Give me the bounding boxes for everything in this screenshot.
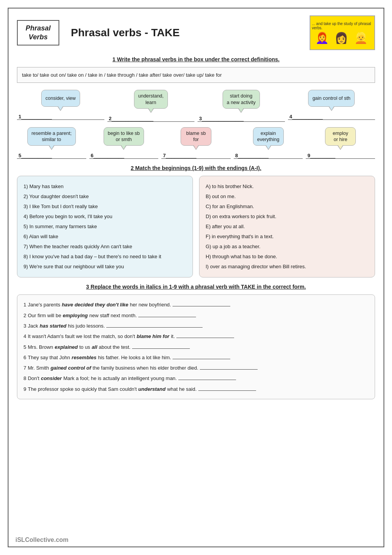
blank-5[interactable]: 5___________ bbox=[17, 153, 86, 159]
r4-post: it. bbox=[171, 331, 175, 341]
header-faces: 👩‍🦰 👩 👱 bbox=[315, 32, 370, 44]
match-right-item-C: C) for an Englishman. bbox=[206, 202, 369, 212]
page-title: Phrasal verbs - TAKE bbox=[71, 27, 310, 39]
bubble-3-text: start doing a new activity bbox=[227, 93, 256, 106]
section1: 1 Write the phrasal verbs in the box und… bbox=[17, 56, 375, 159]
r2-num: 2 bbox=[23, 310, 26, 321]
bubble-4-text: gain control of sth bbox=[312, 95, 350, 101]
match-left-item-3: 3) I like Tom but I don't really take bbox=[23, 202, 186, 212]
section3-title: 3 Replace the words in italics in 1-9 wi… bbox=[17, 284, 375, 290]
match-right-item-D: D) on extra workers to pick fruit. bbox=[206, 212, 369, 222]
r9-italic: understand bbox=[138, 384, 166, 394]
r2-pre: Our firm will be bbox=[28, 310, 61, 321]
r1-post: her new boyfriend. bbox=[130, 299, 171, 310]
replace-box: 1 Jane's parents have decided they don't… bbox=[17, 294, 375, 399]
blank-7[interactable]: 7___________ bbox=[161, 153, 231, 159]
blank-number-6: 6 bbox=[91, 153, 94, 158]
r5-blank[interactable] bbox=[132, 344, 190, 349]
bubble-2-text: understand, learn bbox=[138, 93, 164, 106]
replace-line-2: 2 Our firm will be employing new staff n… bbox=[23, 310, 369, 321]
match-left-item-2: 2) Your daughter doesn't take bbox=[23, 192, 186, 202]
match-right-item-I: I) over as managing director when Bill r… bbox=[206, 262, 369, 272]
watermark: iSLCollective.com bbox=[15, 536, 69, 543]
r1-italic: have decided they don't like bbox=[62, 299, 128, 310]
blank-4[interactable]: 4___________ bbox=[288, 114, 375, 120]
replace-line-5: 5 Mrs. Brown explained to us all about t… bbox=[23, 342, 369, 352]
bubble-8: explain everything bbox=[253, 127, 284, 146]
r4-italic: blame him for bbox=[137, 331, 169, 341]
r9-blank[interactable] bbox=[198, 386, 256, 391]
phrasal-label-text: Phrasal Verbs bbox=[25, 24, 50, 41]
bubble-5-text: resemble a parent; similar to bbox=[32, 130, 72, 143]
blank-number-3: 3 bbox=[199, 116, 202, 121]
r2-blank[interactable] bbox=[138, 312, 196, 317]
bubble-6-text: begin to like sb or smth bbox=[108, 130, 140, 143]
r4-blank[interactable] bbox=[176, 333, 234, 338]
r4-num: 4 bbox=[23, 331, 26, 341]
match-right-box: A) to his brother Nick. B) out on me. C)… bbox=[199, 176, 375, 278]
section1-title: 1 Write the phrasal verbs in the box und… bbox=[17, 56, 375, 62]
r6-blank[interactable] bbox=[173, 354, 230, 359]
bubble-9: employ or hire bbox=[325, 127, 356, 146]
replace-line-8: 8 Don't consider Mark a fool; he is actu… bbox=[23, 373, 369, 383]
blank-number-8: 8 bbox=[235, 153, 238, 158]
match-left-item-1: 1) Mary has taken bbox=[23, 182, 186, 192]
r3-italic: has started bbox=[40, 321, 66, 331]
r5-pre: Mrs. Brown bbox=[28, 342, 53, 352]
definitions-row2: resemble a parent; similar to 5_________… bbox=[17, 127, 375, 159]
match-left-item-7: 7) When the teacher reads quickly Ann ca… bbox=[23, 242, 186, 252]
r4-pre: It wasn't Adam's fault we lost the match… bbox=[28, 331, 135, 341]
section2-title: 2 Match the beginnings (1-9) with the en… bbox=[17, 165, 375, 171]
blank-8[interactable]: 8___________ bbox=[234, 153, 303, 159]
blank-1[interactable]: 1___________ bbox=[17, 114, 104, 120]
match-right-item-B: B) out on me. bbox=[206, 192, 369, 202]
bubble-2: understand, learn bbox=[134, 90, 168, 109]
r6-post: his father. He looks a lot like him. bbox=[98, 352, 171, 363]
r8-post: Mark a fool; he is actually an intellige… bbox=[63, 373, 177, 383]
r7-blank[interactable] bbox=[200, 365, 258, 370]
match-left-item-4: 4) Before you begin to work, I'll take y… bbox=[23, 212, 186, 222]
replace-line-7: 7 Mr. Smith gained control of the family… bbox=[23, 363, 369, 373]
match-left-item-9: 9) We're sure that our neighbour will ta… bbox=[23, 262, 186, 272]
r7-post: the family business when his elder broth… bbox=[93, 363, 199, 373]
r3-blank[interactable] bbox=[106, 323, 203, 328]
match-left-item-6: 6) Alan will take bbox=[23, 232, 186, 242]
r1-blank[interactable] bbox=[173, 301, 230, 306]
bubble-7-text: blame sb for bbox=[186, 130, 206, 143]
bubble-5: resemble a parent; similar to bbox=[27, 127, 76, 146]
r3-pre: Jack bbox=[28, 321, 38, 331]
r7-pre: Mr. Smith bbox=[28, 363, 49, 373]
blank-6[interactable]: 6___________ bbox=[89, 153, 159, 159]
r2-post: new staff next month. bbox=[89, 310, 137, 321]
bubble-7: blame sb for bbox=[181, 127, 211, 146]
page: Phrasal Verbs Phrasal verbs - TAKE ... a… bbox=[8, 8, 384, 547]
bubble-4: gain control of sth bbox=[308, 90, 355, 107]
r8-blank[interactable] bbox=[178, 375, 236, 380]
blank-2[interactable]: 2_______________ bbox=[107, 116, 195, 122]
match-right-item-F: F) in everything that's in a text. bbox=[206, 232, 369, 242]
r1-pre: Jane's parents bbox=[28, 299, 60, 310]
options-text: take to/ take out on/ take on / take in … bbox=[22, 72, 222, 78]
r7-num: 7 bbox=[23, 363, 26, 373]
blank-9[interactable]: 9_________ bbox=[306, 153, 375, 159]
bubble-3: start doing a new activity bbox=[223, 90, 260, 109]
def-item-4: gain control of sth 4___________ bbox=[288, 90, 375, 122]
r8-pre: Don't bbox=[28, 373, 39, 383]
replace-line-4: 4 It wasn't Adam's fault we lost the mat… bbox=[23, 331, 369, 341]
blank-3[interactable]: 3_______________ bbox=[198, 116, 285, 122]
section2: 2 Match the beginnings (1-9) with the en… bbox=[17, 165, 375, 278]
replace-line-1: 1 Jane's parents have decided they don't… bbox=[23, 299, 369, 310]
blank-number-2: 2 bbox=[109, 116, 112, 121]
def-item-7: blame sb for 7___________ bbox=[161, 127, 231, 159]
r2-italic: employing bbox=[63, 310, 88, 321]
blank-number-1: 1 bbox=[18, 114, 21, 119]
header-image-text: ... and take up the study of phrasal ver… bbox=[312, 22, 373, 30]
match-left-item-5: 5) In summer, many farmers take bbox=[23, 222, 186, 232]
replace-line-9: 9 The professor spoke so quickly that Sa… bbox=[23, 384, 369, 394]
bubble-8-text: explain everything bbox=[257, 130, 280, 143]
r8-italic: consider bbox=[41, 373, 62, 383]
r7-italic: gained control of bbox=[50, 363, 91, 373]
r9-post: what he said. bbox=[167, 384, 197, 394]
def-item-2: understand, learn 2_______________ bbox=[107, 90, 195, 122]
section3: 3 Replace the words in italics in 1-9 wi… bbox=[17, 284, 375, 399]
